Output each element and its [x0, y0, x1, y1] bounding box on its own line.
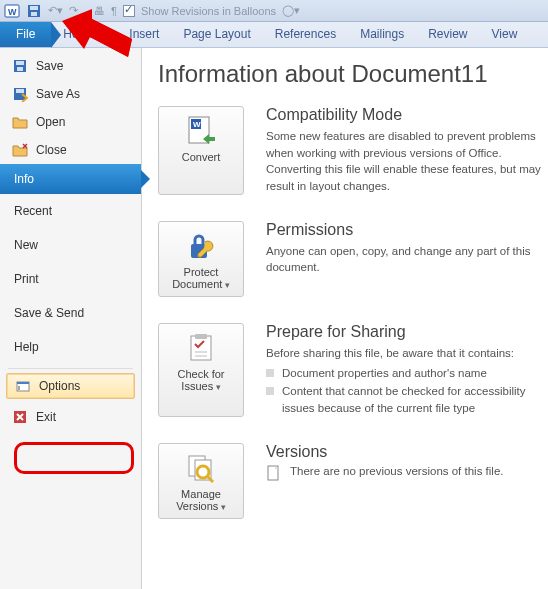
ribbon-tabs: File Home Insert Page Layout References … [0, 22, 548, 48]
tab-insert[interactable]: Insert [107, 22, 171, 47]
svg-rect-8 [17, 67, 23, 71]
section-compatibility: W Convert Compatibility Mode Some new fe… [158, 106, 548, 195]
svg-rect-7 [16, 61, 24, 65]
page-title: Information about Document11 [158, 60, 548, 88]
svg-rect-4 [30, 6, 38, 10]
tab-mailings[interactable]: Mailings [348, 22, 416, 47]
section-title: Prepare for Sharing [266, 323, 548, 341]
sidebar-close[interactable]: Close [0, 136, 141, 164]
sidebar-exit[interactable]: Exit [0, 403, 141, 431]
close-icon [12, 142, 28, 158]
sidebar-save-send[interactable]: Save & Send [0, 296, 141, 330]
redo-icon[interactable]: ↷ [69, 4, 78, 17]
sidebar-separator [8, 368, 133, 369]
sidebar-label: Open [36, 115, 65, 129]
section-text: There are no previous versions of this f… [290, 465, 504, 477]
button-label: Convert [163, 151, 239, 163]
qat-print-icon[interactable]: 🖶 [94, 5, 105, 17]
exit-icon [12, 409, 28, 425]
versions-icon [163, 452, 239, 484]
button-label: Manage Versions [163, 488, 239, 512]
sidebar-label: Save [36, 59, 63, 73]
quick-access-toolbar: W ↶▾ ↷ 🖶 ¶ Show Revisions in Balloons ◯▾ [0, 0, 548, 22]
sidebar-label: Save As [36, 87, 80, 101]
list-item: Content that cannot be checked for acces… [266, 383, 548, 418]
backstage-content: Information about Document11 W Convert C… [142, 48, 548, 589]
check-issues-button[interactable]: Check for Issues [158, 323, 244, 417]
section-title: Versions [266, 443, 548, 461]
svg-text:W: W [193, 120, 201, 129]
section-prepare-sharing: Check for Issues Prepare for Sharing Bef… [158, 323, 548, 417]
tab-file[interactable]: File [0, 22, 51, 47]
tab-references[interactable]: References [263, 22, 348, 47]
undo-icon[interactable]: ↶▾ [48, 4, 63, 17]
sidebar-print[interactable]: Print [0, 262, 141, 296]
button-label: Check for Issues [163, 368, 239, 392]
manage-versions-button[interactable]: Manage Versions [158, 443, 244, 519]
tab-view[interactable]: View [480, 22, 530, 47]
save-icon [12, 58, 28, 74]
section-versions: Manage Versions Versions There are no pr… [158, 443, 548, 519]
section-permissions: Protect Document Permissions Anyone can … [158, 221, 548, 297]
sidebar-new[interactable]: New [0, 228, 141, 262]
svg-point-15 [18, 386, 20, 388]
sidebar-label: Close [36, 143, 67, 157]
sidebar-help[interactable]: Help [0, 330, 141, 364]
tab-review[interactable]: Review [416, 22, 479, 47]
sidebar-open[interactable]: Open [0, 108, 141, 136]
sidebar-recent[interactable]: Recent [0, 194, 141, 228]
save-icon[interactable] [26, 3, 42, 19]
section-title: Permissions [266, 221, 548, 239]
show-revisions-checkbox[interactable] [123, 5, 135, 17]
save-as-icon [12, 86, 28, 102]
sidebar-label: Exit [36, 410, 56, 424]
convert-icon: W [163, 115, 239, 147]
svg-rect-10 [16, 89, 24, 93]
svg-point-16 [18, 388, 20, 390]
sidebar-label: Options [39, 379, 80, 393]
svg-rect-5 [31, 12, 37, 16]
bullet-icon [266, 387, 274, 395]
lock-icon [163, 230, 239, 262]
qat-para-icon[interactable]: ¶ [111, 5, 117, 17]
word-app-icon: W [4, 3, 20, 19]
svg-rect-14 [17, 382, 29, 384]
sidebar-options[interactable]: Options [6, 373, 135, 399]
section-title: Compatibility Mode [266, 106, 548, 124]
protect-document-button[interactable]: Protect Document [158, 221, 244, 297]
show-revisions-label: Show Revisions in Balloons [141, 5, 276, 17]
sidebar-save-as[interactable]: Save As [0, 80, 141, 108]
convert-button[interactable]: W Convert [158, 106, 244, 195]
options-icon [15, 378, 31, 394]
sidebar-label: Info [14, 172, 34, 186]
list-item: Document properties and author's name [266, 365, 548, 382]
sidebar-save[interactable]: Save [0, 52, 141, 80]
section-text: Before sharing this file, be aware that … [266, 345, 548, 362]
svg-line-31 [207, 476, 213, 482]
section-text: Anyone can open, copy, and change any pa… [266, 243, 548, 276]
tab-page-layout[interactable]: Page Layout [171, 22, 262, 47]
bullet-icon [266, 369, 274, 377]
section-text: Some new features are disabled to preven… [266, 128, 548, 195]
button-label: Protect Document [163, 266, 239, 290]
backstage-sidebar: Save Save As Open Close Info Recent New … [0, 48, 142, 589]
checklist-icon [163, 332, 239, 364]
document-icon [266, 465, 282, 481]
open-icon [12, 114, 28, 130]
svg-text:W: W [8, 7, 17, 17]
sidebar-info[interactable]: Info [0, 164, 141, 194]
svg-rect-25 [195, 334, 207, 339]
qat-extra-icon[interactable]: ◯▾ [282, 4, 300, 17]
